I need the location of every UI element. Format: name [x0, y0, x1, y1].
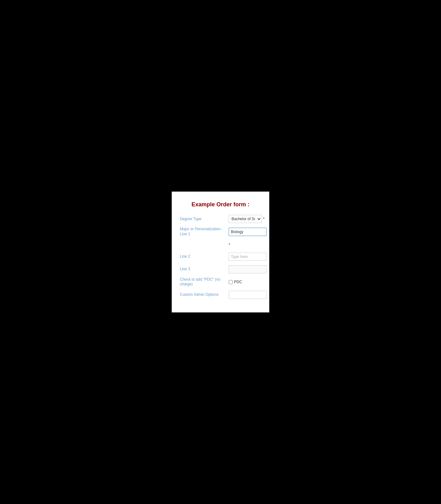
order-form: Example Order form : Degree Type Bachelo…	[172, 192, 269, 312]
degree-type-select[interactable]: Bachelor of Science Bachelor of Arts Mas…	[229, 215, 262, 223]
major-line1-label: Major or Personalization - Line 1	[180, 227, 229, 237]
major-line1-control	[229, 228, 266, 236]
major-star-wrap: *	[229, 243, 261, 247]
line2-row: Line 2	[180, 252, 261, 261]
pdc-row: Check to add "PDC" (no charge) PDC	[180, 277, 261, 287]
major-required-row: *	[180, 240, 261, 249]
line2-input[interactable]	[229, 253, 266, 261]
pdc-checkbox[interactable]	[229, 280, 233, 284]
major-line1-row: Major or Personalization - Line 1	[180, 227, 261, 237]
line3-row: Line 3	[180, 265, 261, 274]
line3-input[interactable]	[229, 265, 266, 273]
custom-admin-control	[229, 291, 266, 299]
pdc-checkbox-label: PDC	[234, 280, 242, 284]
custom-admin-label: Custom Admin Options	[180, 292, 229, 297]
degree-type-label: Degree Type	[180, 217, 229, 222]
line2-control	[229, 253, 266, 261]
form-title: Example Order form :	[180, 201, 261, 208]
pdc-control: PDC	[229, 280, 261, 284]
line2-label: Line 2	[180, 254, 229, 259]
major-line1-input[interactable]	[229, 228, 266, 236]
line3-label: Line 3	[180, 267, 229, 272]
degree-type-control: Bachelor of Science Bachelor of Arts Mas…	[229, 215, 265, 223]
pdc-checkbox-wrap: PDC	[229, 280, 242, 284]
degree-type-row: Degree Type Bachelor of Science Bachelor…	[180, 214, 261, 224]
line3-control	[229, 265, 266, 273]
degree-type-required: *	[263, 217, 265, 221]
major-required-star: *	[229, 243, 230, 247]
custom-admin-row: Custom Admin Options	[180, 290, 261, 300]
custom-admin-input[interactable]	[229, 291, 266, 299]
pdc-label: Check to add "PDC" (no charge)	[180, 277, 229, 287]
